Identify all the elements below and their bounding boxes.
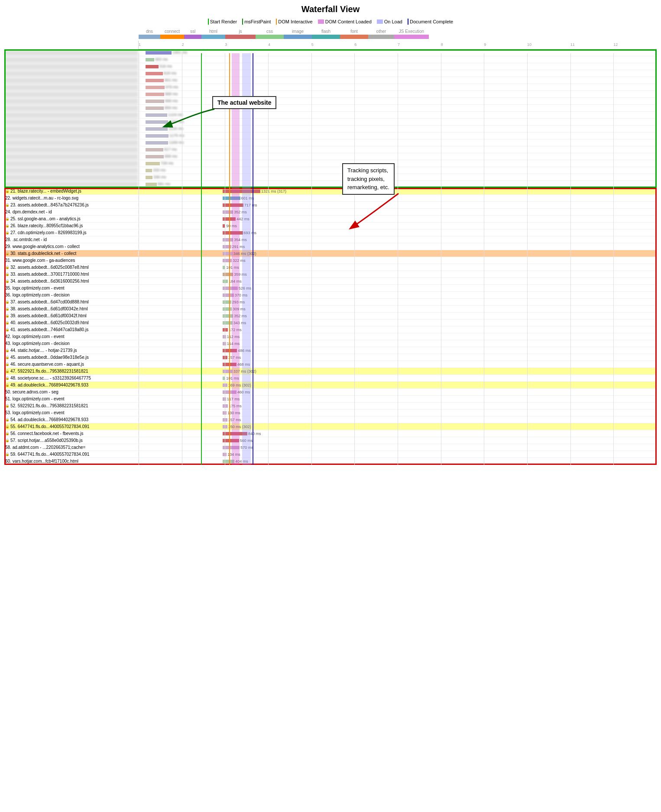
resource-label-blurred: 979 ms [165, 85, 178, 89]
resource-row: 🔒38. assets.adobedt...6d61df00342e.html3… [4, 306, 657, 313]
resource-timeline: 693 ms [139, 230, 657, 236]
resource-timing-label: 101 ms [226, 376, 239, 380]
resource-bar [223, 425, 227, 429]
resource-timing-label: 346 ms (302) [233, 251, 256, 256]
resource-row: 917 ms [4, 146, 657, 153]
lock-icon: 🔒 [5, 418, 10, 422]
resource-bar [146, 162, 160, 165]
resource-url: 🔒45. assets.adobedt...0ddae98e318e5e.js [4, 355, 139, 360]
lock-icon: 🔒 [5, 355, 10, 359]
resource-timing-label: 114 ms [227, 342, 240, 346]
resource-url: 🔒54. ad.doubleclick...7668944029678.933 [4, 417, 139, 422]
resource-url: 🔒37. assets.adobedt...6d47cd00d888.html [4, 300, 139, 304]
resource-row: 979 ms [4, 84, 657, 91]
resource-row: 29. www.google-analytics.com - collect29… [4, 243, 657, 250]
resource-timeline: 157 ms [139, 417, 657, 423]
lock-icon: 🔒 [5, 300, 10, 304]
resource-timeline: 354 ms [139, 237, 657, 243]
resource-bar [223, 259, 232, 262]
resource-bar [223, 224, 225, 228]
resource-timing-label: 442 ms [237, 217, 249, 221]
resource-timeline: 516 ms [139, 64, 657, 70]
resource-url-blurred [4, 168, 139, 174]
resource-url-text: 56. connect.facebook.net - fbevents.js [10, 431, 83, 436]
col-js-execution: JS Execution [394, 29, 429, 34]
resource-url: 🔒40. assets.adobedt...6d025c0032d9.html [4, 320, 139, 325]
resource-bar [223, 453, 227, 456]
resource-timeline: 337 ms (302) [139, 368, 657, 374]
resource-bar [223, 411, 227, 415]
resource-url-text: 31. www.google.com - ga-audiences [5, 258, 75, 263]
resource-url: 58. ad.atdmt.com - ...2202663571;cache= [4, 445, 139, 450]
resource-timeline: 468 ms [139, 361, 657, 367]
tick-8: 8 [441, 42, 443, 47]
resource-row: 🔒25. ssl.google-ana...om - analytics.js4… [4, 216, 657, 222]
page-title: Waterfall View [4, 4, 657, 14]
resource-row: 🔒48. societyone.sc.... - s33123926646777… [4, 375, 657, 382]
tick-9: 9 [484, 42, 486, 47]
lock-icon: 🔒 [5, 438, 10, 442]
resource-timeline: 172 ms [139, 327, 657, 333]
resource-timing-label: 601 ms [241, 196, 254, 200]
resource-bar [146, 72, 163, 75]
resource-timeline: 101 ms [139, 375, 657, 381]
resource-url-text: 29. www.google-analytics.com - collect [5, 244, 80, 249]
resource-timeline: 370 ms [139, 292, 657, 298]
resource-timeline: 1169 ms [139, 140, 657, 146]
resource-bar [223, 460, 234, 463]
resource-rows: 🔒21. blaze.ratecity... - embedWidget.js1… [4, 188, 657, 465]
resource-timing-label: 169 ms (302) [228, 383, 251, 387]
col-js: js [225, 29, 256, 34]
resource-url-blurred [4, 50, 139, 56]
resource-timing-label: 322 ms [233, 258, 246, 263]
resource-url: 🔒39. assets.adobedt...6d61df00342f.html [4, 313, 139, 318]
resource-bar [146, 141, 168, 145]
resource-bar [223, 210, 233, 214]
waterfall-section: dns connect ssl html js css image flash … [4, 29, 657, 465]
resource-bar [223, 383, 227, 387]
resource-timing-label: 150 ms (302) [228, 425, 251, 429]
resource-url-blurred [4, 98, 139, 104]
resource-url: 🔒48. societyone.sc.... - s33123926646777… [4, 376, 139, 380]
resource-url: 🔒41. assets.adobedt...746d47ca018a80.js [4, 327, 139, 332]
resource-timing-label: 112 ms [227, 335, 240, 339]
resource-url: 🔒52. 5922921.fls.do...7953882231581821 [4, 403, 139, 408]
resource-row: 🔒26. blaze.ratecity...80955cf1bbac96.js9… [4, 222, 657, 229]
resource-row: 958 ms [4, 153, 657, 160]
resource-bar [223, 356, 227, 359]
resource-bar [146, 134, 168, 138]
resource-timeline: 601 ms [139, 195, 657, 201]
resource-url: 🔒25. ssl.google-ana...om - analytics.js [4, 216, 139, 221]
resource-timeline: 442 ms [139, 216, 657, 222]
resource-row: 581 ms [4, 181, 657, 188]
legend-dom-interactive: DOM Interactive [276, 19, 312, 25]
resource-bar [223, 335, 226, 338]
resource-row: 28. .sc.omtrdc.net - id354 ms [4, 236, 657, 243]
resource-row: 🔒46. secure.quantserve.com - aquant.js46… [4, 361, 657, 368]
resource-url-blurred [4, 84, 139, 90]
resource-timing-label: 130 ms [227, 411, 240, 415]
resource-bar [223, 287, 237, 290]
resource-url: 🔒56. connect.facebook.net - fbevents.js [4, 431, 139, 436]
lock-icon: 🔒 [5, 321, 10, 325]
resource-row: 818 ms [4, 70, 657, 77]
resource-timing-label: 117 ms [227, 397, 240, 401]
resource-timeline: 1124 ms [139, 112, 657, 118]
lock-icon: 🔒 [5, 369, 10, 373]
legend-on-load-label: On Load [384, 19, 402, 24]
resource-url: 🔒57. script.hotjar....a558e0d025390b.js [4, 438, 139, 443]
resource-timeline: 404 ms [139, 458, 657, 464]
resource-timing-label: 717 ms [244, 203, 257, 207]
resource-timeline: 717 ms [139, 202, 657, 208]
resource-bar [146, 183, 157, 186]
resource-row: 333 ms [4, 167, 657, 174]
resource-timing-label: 343 ms [233, 321, 246, 325]
tick-7: 7 [398, 42, 400, 47]
resource-bar [146, 176, 152, 179]
resource-row: 50. secure.adnxs.com - seg460 ms [4, 389, 657, 396]
annotation-actual-website: The actual website [212, 96, 276, 109]
resource-url-blurred [4, 77, 139, 84]
resource-bar [223, 190, 260, 193]
resource-timeline: 728 ms [139, 161, 657, 167]
resource-url: 🔒46. secure.quantserve.com - aquant.js [4, 362, 139, 367]
